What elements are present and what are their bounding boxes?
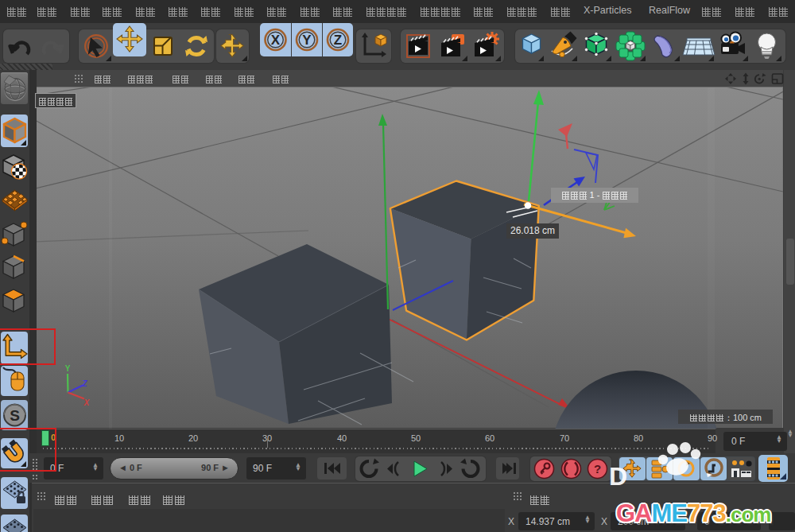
svg-text:Y: Y [65,364,71,373]
svg-text:X: X [271,33,281,48]
svg-text:?: ? [594,462,601,476]
svg-text:Z: Z [334,33,342,48]
svg-text:Z: Z [82,379,88,388]
svg-text:X: X [83,398,91,407]
svg-text:S: S [10,407,20,424]
svg-text:Y: Y [302,33,312,48]
